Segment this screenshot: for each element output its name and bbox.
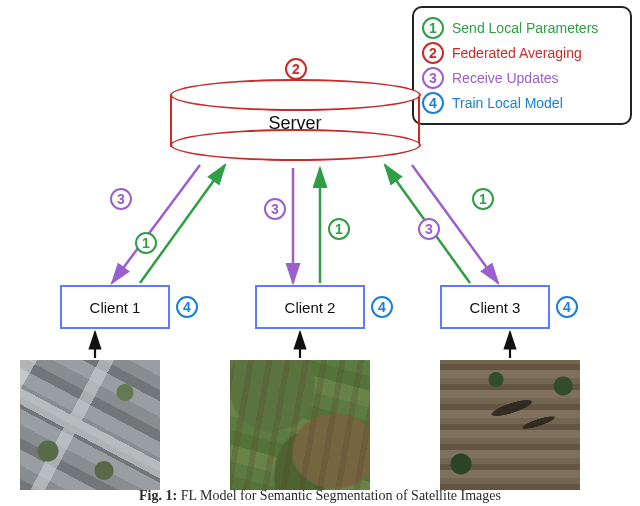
client-3-step-circle: 4 [556, 296, 578, 318]
client-node-1: Client 1 [60, 285, 170, 329]
legend-label-send: Send Local Parameters [452, 20, 598, 36]
arrow-num-c1-send: 1 [135, 232, 157, 254]
client-1-step-circle: 4 [176, 296, 198, 318]
arrow-num-c2-send: 1 [328, 218, 350, 240]
caption-strong: Fig. 1: [139, 488, 177, 503]
client-2-step-circle: 4 [371, 296, 393, 318]
legend-item-send: 1 Send Local Parameters [422, 17, 622, 39]
satellite-image-2 [230, 360, 370, 490]
caption-text: FL Model for Semantic Segmentation of Sa… [177, 488, 501, 503]
legend-label-avg: Federated Averaging [452, 45, 582, 61]
server-step-circle: 2 [285, 58, 307, 80]
legend-item-receive: 3 Receive Updates [422, 67, 622, 89]
legend-label-train: Train Local Model [452, 95, 563, 111]
arrow-c1-receive [112, 165, 200, 283]
step-circle-1: 1 [422, 17, 444, 39]
client-2-label: Client 2 [285, 299, 336, 316]
server-label: Server [170, 113, 420, 134]
legend-item-avg: 2 Federated Averaging [422, 42, 622, 64]
legend-item-train: 4 Train Local Model [422, 92, 622, 114]
server-node: Server [170, 95, 420, 147]
arrow-c1-send [140, 165, 225, 283]
step-circle-2: 2 [422, 42, 444, 64]
diagram-canvas: 1 Send Local Parameters 2 Federated Aver… [0, 0, 640, 506]
step-circle-3: 3 [422, 67, 444, 89]
figure-caption: Fig. 1: FL Model for Semantic Segmentati… [0, 488, 640, 504]
legend-box: 1 Send Local Parameters 2 Federated Aver… [412, 6, 632, 125]
client-1-label: Client 1 [90, 299, 141, 316]
legend-label-receive: Receive Updates [452, 70, 559, 86]
client-node-3: Client 3 [440, 285, 550, 329]
arrow-num-c3-receive: 3 [418, 218, 440, 240]
satellite-image-3 [440, 360, 580, 490]
arrow-num-c2-receive: 3 [264, 198, 286, 220]
client-3-label: Client 3 [470, 299, 521, 316]
arrow-num-c1-receive: 3 [110, 188, 132, 210]
satellite-image-1 [20, 360, 160, 490]
client-node-2: Client 2 [255, 285, 365, 329]
step-circle-4: 4 [422, 92, 444, 114]
arrow-num-c3-send: 1 [472, 188, 494, 210]
